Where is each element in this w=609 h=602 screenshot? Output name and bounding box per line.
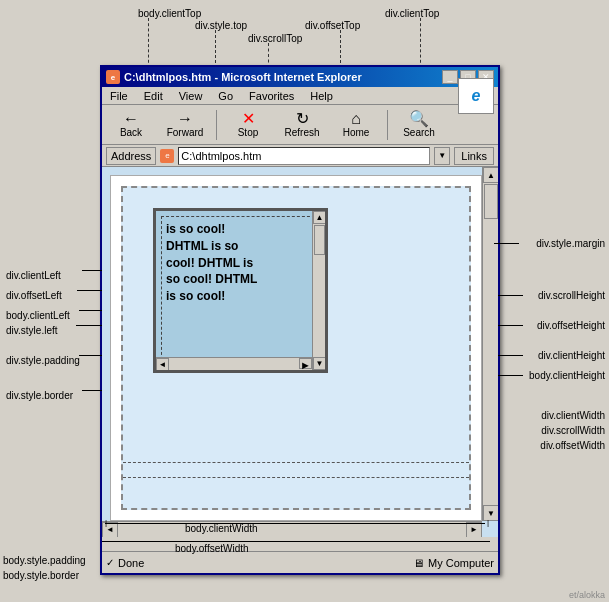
- label-body-offset-width: body.offsetWidth: [175, 543, 249, 554]
- label-div-style-top: div.style.top: [195, 20, 247, 31]
- address-bar: Address e C:\dhtmlpos.htm ▼ Links: [102, 145, 498, 167]
- connector-div-style-padding: [79, 355, 102, 356]
- ie-logo: e: [458, 78, 494, 114]
- hline-body-client-width-top: [105, 523, 485, 524]
- menu-favorites[interactable]: Favorites: [245, 89, 298, 103]
- label-body-style-border: body.style.border: [3, 570, 79, 581]
- label-div-scroll-top: div.scrollTop: [248, 33, 302, 44]
- zone-text: My Computer: [428, 557, 494, 569]
- label-body-style-padding: body.style.padding: [3, 555, 86, 566]
- window-title: C:\dhtmlpos.htm - Microsoft Internet Exp…: [124, 71, 362, 83]
- main-scroll-down[interactable]: ▼: [483, 505, 498, 521]
- label-div-scroll-width: div.scrollWidth: [541, 425, 605, 436]
- search-button[interactable]: 🔍 Search: [394, 107, 444, 143]
- address-input[interactable]: C:\dhtmlpos.htm: [178, 147, 430, 165]
- status-bar: ✓ Done 🖥 My Computer: [102, 551, 498, 573]
- search-label: Search: [403, 127, 435, 138]
- connector-body-client-height: [498, 375, 523, 376]
- inner-scroll-right[interactable]: ►: [299, 358, 312, 369]
- inner-scroll-up[interactable]: ▲: [313, 211, 326, 224]
- connector-div-style-margin: [494, 243, 519, 244]
- menu-bar: File Edit View Go Favorites Help e: [102, 87, 498, 105]
- minimize-button[interactable]: _: [442, 70, 458, 84]
- vline-div-offset-top: [340, 30, 341, 68]
- refresh-label: Refresh: [284, 127, 319, 138]
- connector-div-client-left: [82, 270, 102, 271]
- menu-help[interactable]: Help: [306, 89, 337, 103]
- status-icon: ✓: [106, 557, 114, 568]
- inner-scroll-left[interactable]: ◄: [156, 358, 169, 371]
- label-div-client-height: div.clientHeight: [538, 350, 605, 361]
- hline-body-offset-width-top: [102, 541, 490, 542]
- label-div-offset-left: div.offsetLeft: [6, 290, 62, 301]
- back-button[interactable]: ← Back: [106, 107, 156, 143]
- label-div-offset-width: div.offsetWidth: [540, 440, 605, 451]
- refresh-icon: ↻: [296, 111, 309, 127]
- label-body-client-width: body.clientWidth: [185, 523, 258, 534]
- diagram-area: body.clientTop div.style.top div.scrollT…: [0, 0, 609, 602]
- label-div-client-width: div.clientWidth: [541, 410, 605, 421]
- connector-div-style-border: [82, 390, 102, 391]
- hline-body-offset-width: [123, 477, 469, 478]
- inner-scroll-thumb: [314, 225, 325, 255]
- connector-div-offset-height: [498, 325, 523, 326]
- label-div-style-left: div.style.left: [6, 325, 58, 336]
- ie-icon: e: [106, 70, 120, 84]
- label-div-offset-top: div.offsetTop: [305, 20, 360, 31]
- website-label: et/alokka: [569, 590, 605, 600]
- back-label: Back: [120, 127, 142, 138]
- stop-icon: ✕: [242, 111, 255, 127]
- label-div-scroll-height: div.scrollHeight: [538, 290, 605, 301]
- inner-scroll-down[interactable]: ▼: [313, 357, 326, 370]
- label-div-style-margin: div.style.margin: [536, 238, 605, 249]
- inner-padding-box: is so cool! DHTML is so cool! DHTML is s…: [161, 216, 320, 365]
- arrow-right-body-client: |: [487, 518, 489, 527]
- address-ie-icon: e: [160, 149, 174, 163]
- forward-label: Forward: [167, 127, 204, 138]
- menu-file[interactable]: File: [106, 89, 132, 103]
- inner-scrollbar-v: ▲ ▼: [312, 211, 325, 370]
- h-scroll-track: [118, 523, 466, 537]
- title-bar: e C:\dhtmlpos.htm - Microsoft Internet E…: [102, 67, 498, 87]
- home-button[interactable]: ⌂ Home: [331, 107, 381, 143]
- address-label: Address: [106, 147, 156, 165]
- vline-div-style-top: [215, 30, 216, 68]
- body-padding-div: is so cool! DHTML is so cool! DHTML is s…: [121, 186, 471, 510]
- home-icon: ⌂: [351, 111, 361, 127]
- refresh-button[interactable]: ↻ Refresh: [277, 107, 327, 143]
- vline-body-client-top: [148, 18, 149, 68]
- arrow-left-body-client: |: [105, 518, 107, 527]
- vline-div-client-top: [420, 18, 421, 68]
- title-bar-left: e C:\dhtmlpos.htm - Microsoft Internet E…: [106, 70, 362, 84]
- connector-div-style-left: [76, 325, 102, 326]
- label-div-offset-height: div.offsetHeight: [537, 320, 605, 331]
- menu-edit[interactable]: Edit: [140, 89, 167, 103]
- home-label: Home: [343, 127, 370, 138]
- inner-scrollbar-h: ◄ ►: [156, 357, 312, 370]
- main-scroll-up[interactable]: ▲: [483, 167, 498, 183]
- connector-body-client-left: [79, 310, 102, 311]
- menu-go[interactable]: Go: [214, 89, 237, 103]
- stop-button[interactable]: ✕ Stop: [223, 107, 273, 143]
- main-scroll-thumb: [484, 184, 498, 219]
- toolbar-sep-2: [387, 110, 388, 140]
- connector-div-offset-left: [77, 290, 102, 291]
- hline-body-client-width: [123, 462, 469, 463]
- main-scrollbar-v: ▲ ▼: [482, 167, 498, 521]
- toolbar: ← Back → Forward ✕ Stop ↻ Refresh ⌂ Home: [102, 105, 498, 145]
- forward-icon: →: [177, 111, 193, 127]
- div-text-content: is so cool! DHTML is so cool! DHTML is s…: [162, 217, 319, 309]
- connector-div-scroll-height: [498, 295, 523, 296]
- ie-window: e C:\dhtmlpos.htm - Microsoft Internet E…: [100, 65, 500, 575]
- label-body-client-left: body.clientLeft: [6, 310, 70, 321]
- label-div-style-border: div.style.border: [6, 390, 73, 401]
- links-button[interactable]: Links: [454, 147, 494, 165]
- address-dropdown[interactable]: ▼: [434, 147, 450, 165]
- zone-area: 🖥 My Computer: [413, 557, 494, 569]
- toolbar-sep-1: [216, 110, 217, 140]
- page-body: is so cool! DHTML is so cool! DHTML is s…: [110, 175, 482, 521]
- forward-button[interactable]: → Forward: [160, 107, 210, 143]
- back-icon: ←: [123, 111, 139, 127]
- status-text: Done: [118, 557, 144, 569]
- menu-view[interactable]: View: [175, 89, 207, 103]
